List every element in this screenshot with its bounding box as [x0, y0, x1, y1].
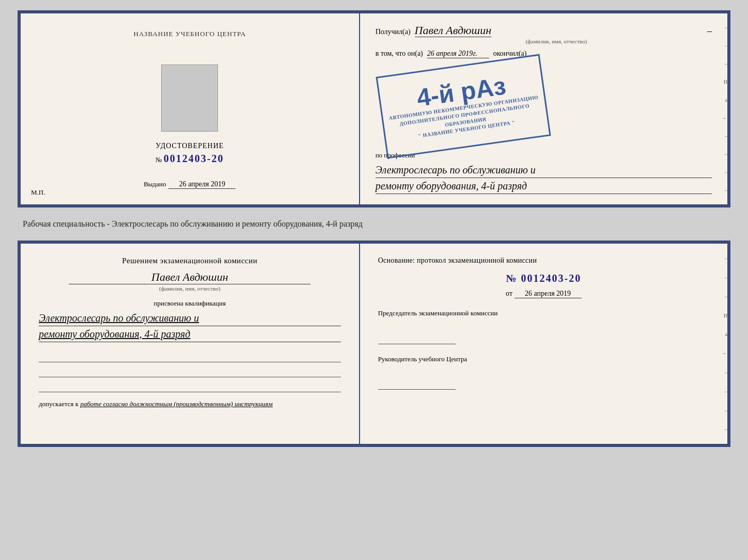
cert-issued-block: Выдано 26 апреля 2019 — [144, 180, 236, 189]
chairman-label: Председатель экзаменационной комиссии — [378, 309, 709, 318]
vtom-date: 26 апреля 2019г. — [427, 50, 489, 58]
cert-left: НАЗВАНИЕ УЧЕБНОГО ЦЕНТРА УДОСТОВЕРЕНИЕ №… — [21, 13, 360, 204]
bottom-person-sub-label: (фамилия, имя, отчество) — [39, 285, 341, 292]
bottom-certificate: Решением экзаменационной комиссии Павел … — [18, 241, 730, 447]
chairman-signature-line — [378, 334, 456, 344]
profession-value-2: ремонту оборудования, 4-й разряд — [376, 178, 712, 194]
допускается-value: работе согласно должностным (производств… — [80, 400, 272, 408]
okonchil-label: окончил(а) — [493, 50, 527, 58]
stamp-text-line3: " НАЗВАНИЕ УЧЕБНОГО ЦЕНТРА " — [417, 119, 515, 139]
right-dash-3: – — [717, 61, 727, 67]
stamp-overlay: 4-й рАз АВТОНОМНУЮ НЕКОММЕРЧЕСКУЮ ОРГАНИ… — [376, 54, 551, 159]
protocol-date-value: 26 апреля 2019 — [515, 290, 582, 298]
right-dash-2: – — [717, 43, 727, 49]
cert-doc-type: УДОСТОВЕРЕНИЕ — [155, 142, 224, 150]
right-dash-4: – — [717, 133, 727, 139]
protocol-number-value: 0012403-20 — [521, 273, 582, 284]
recipient-sub-label: (фамилия, имя, отчество) — [415, 38, 698, 44]
br-dash-7: – — [717, 426, 727, 432]
br-dash-1: – — [717, 255, 727, 261]
br-dash-4: – — [717, 370, 727, 375]
protocol-prefix: № — [506, 273, 517, 284]
blank-lines — [39, 350, 341, 392]
issued-label: Выдано — [144, 180, 166, 188]
right-dash-1: – — [717, 25, 727, 30]
допускается-block: допускается к работе согласно должностны… — [39, 400, 341, 408]
right-dash-6: – — [717, 169, 727, 175]
blank-line-3 — [39, 380, 341, 392]
cert-photo-placeholder — [161, 65, 218, 132]
issued-date: 26 апреля 2019 — [168, 180, 236, 189]
cert-number-block: УДОСТОВЕРЕНИЕ № 0012403-20 — [155, 142, 224, 165]
qualification-label: присвоена квалификация — [39, 299, 341, 308]
bottom-right: Основание: протокол экзаменационной коми… — [360, 244, 727, 444]
recipient-prefix: Получил(а) — [376, 28, 411, 36]
br-dash-3: – — [717, 294, 727, 299]
руководитель-signature-line — [378, 379, 456, 390]
br-dash-5: – — [717, 389, 727, 394]
right-decorations: – – – И а ← – – – – — [717, 13, 727, 204]
cert-right: Получил(а) Павел Авдюшин (фамилия, имя, … — [360, 13, 727, 204]
right-dash-a: а — [717, 97, 727, 103]
right-dash-arrow: ← — [717, 115, 727, 121]
stamp-text-line2: ДОПОЛНИТЕЛЬНОГО ПРОФЕССИОНАЛЬНОГО ОБРАЗО… — [388, 101, 541, 136]
vtom-label: в том, что он(а) — [376, 50, 423, 58]
profession-block: по профессии Электрослесарь по обслужива… — [376, 151, 712, 194]
mp-label: М.П. — [31, 188, 45, 197]
recipient-line: Получил(а) Павел Авдюшин (фамилия, имя, … — [376, 24, 712, 44]
vtom-block: в том, что он(а) 26 апреля 2019г. окончи… — [376, 50, 712, 58]
protocol-date-prefix: от — [506, 290, 512, 297]
qualification-value-1: Электрослесарь по обслуживанию и — [39, 310, 341, 326]
br-dash-6: – — [717, 408, 727, 413]
profession-value-1: Электрослесарь по обслуживанию и — [376, 162, 712, 178]
br-arrow: ← — [717, 350, 727, 356]
protocol-date: от 26 апреля 2019 — [378, 290, 709, 298]
br-И: И — [717, 313, 727, 318]
between-text: Рабочая специальность - Электрослесарь п… — [18, 216, 730, 232]
допускается-label: допускается к — [39, 400, 79, 408]
page-wrapper: НАЗВАНИЕ УЧЕБНОГО ЦЕНТРА УДОСТОВЕРЕНИЕ №… — [18, 10, 730, 447]
bottom-person-name: Павел Авдюшин — [69, 270, 310, 284]
cert-number-prefix: № — [155, 156, 162, 164]
protocol-number: № 0012403-20 — [378, 273, 709, 284]
decision-title: Решением экзаменационной комиссии — [39, 257, 341, 265]
right-dash-И: И — [717, 79, 727, 85]
cert-number: 0012403-20 — [164, 153, 224, 164]
br-a: а — [717, 331, 727, 337]
руководитель-label: Руководитель учебного Центра — [378, 355, 709, 364]
profession-label: по профессии — [376, 151, 712, 159]
cert-title: НАЗВАНИЕ УЧЕБНОГО ЦЕНТРА — [134, 30, 246, 38]
blank-line-1 — [39, 350, 341, 362]
br-dash-2: – — [717, 275, 727, 280]
blank-line-2 — [39, 365, 341, 377]
chairman-block: Председатель экзаменационной комиссии — [378, 309, 709, 344]
stamp-grade: 4-й рАз — [415, 73, 507, 110]
руководитель-block: Руководитель учебного Центра — [378, 355, 709, 390]
right-dash-7: – — [717, 187, 727, 193]
bottom-left: Решением экзаменационной комиссии Павел … — [21, 244, 360, 444]
top-certificate: НАЗВАНИЕ УЧЕБНОГО ЦЕНТРА УДОСТОВЕРЕНИЕ №… — [18, 10, 730, 207]
stamp-text-line1: АВТОНОМНУЮ НЕКОММЕРЧЕСКУЮ ОРГАНИЗАЦИЮ — [388, 94, 539, 122]
right-dash-5: – — [717, 151, 727, 157]
qualification-value-2: ремонту оборудования, 4-й разряд — [39, 326, 341, 342]
recipient-name: Павел Авдюшин — [415, 24, 491, 37]
bottom-right-decorations: – – – И а ← – – – – — [717, 244, 727, 444]
osnowanie-title: Основание: протокол экзаменационной коми… — [378, 257, 709, 265]
cert-title-block: НАЗВАНИЕ УЧЕБНОГО ЦЕНТРА — [134, 29, 246, 38]
